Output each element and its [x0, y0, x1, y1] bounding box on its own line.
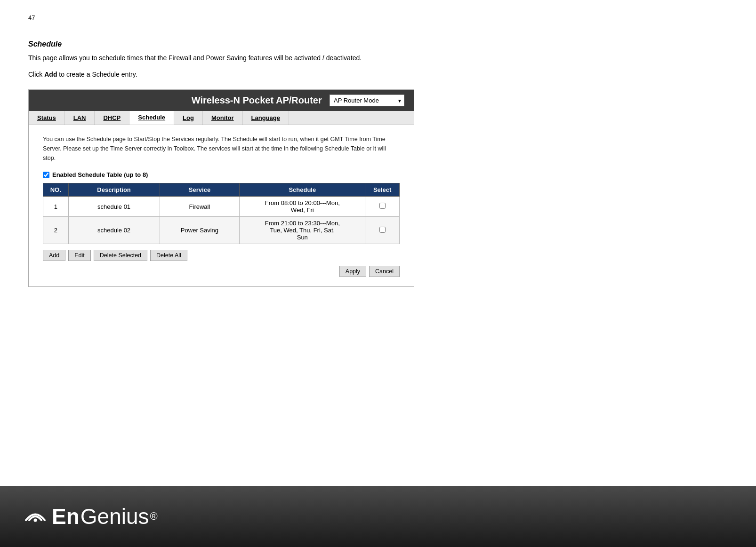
row2-no: 2 — [43, 217, 69, 244]
enable-schedule-label: Enabled Schedule Table (up to 8) — [52, 171, 148, 178]
device-header: Wireless-N Pocket AP/Router AP Router Mo… — [29, 90, 414, 111]
row2-service: Power Saving — [160, 217, 240, 244]
click-instruction-bold: Add — [44, 71, 57, 78]
nav-item-lan[interactable]: LAN — [65, 111, 95, 125]
edit-button[interactable]: Edit — [68, 250, 91, 261]
row2-checkbox[interactable] — [379, 227, 386, 233]
delete-selected-button[interactable]: Delete Selected — [94, 250, 147, 261]
row1-service: Firewall — [160, 197, 240, 217]
click-instruction-suffix: to create a Schedule entry. — [59, 71, 137, 78]
col-header-service: Service — [160, 183, 240, 197]
row1-no: 1 — [43, 197, 69, 217]
row1-schedule: From 08:00 to 20:00---Mon,Wed, Fri — [240, 197, 365, 217]
device-body: You can use the Schedule page to Start/S… — [29, 125, 414, 286]
nav-item-log[interactable]: Log — [174, 111, 203, 125]
mode-select-wrapper: AP Router Mode Wireless Router Mode AP M… — [330, 95, 404, 106]
enable-schedule-checkbox[interactable] — [43, 172, 49, 178]
row1-description: schedule 01 — [68, 197, 160, 217]
nav-item-language[interactable]: Language — [243, 111, 289, 125]
logo-genius-part: Genius — [80, 504, 149, 529]
wifi-icon — [24, 506, 47, 524]
col-header-schedule: Schedule — [240, 183, 365, 197]
mode-select-container[interactable]: AP Router Mode Wireless Router Mode AP M… — [330, 95, 404, 106]
col-header-description: Description — [68, 183, 160, 197]
cancel-button[interactable]: Cancel — [369, 266, 400, 277]
table-row: 1 schedule 01 Firewall From 08:00 to 20:… — [43, 197, 400, 217]
footer: EnGenius® — [0, 486, 756, 547]
table-row: 2 schedule 02 Power Saving From 21:00 to… — [43, 217, 400, 244]
section-title: Schedule — [28, 40, 728, 48]
page-number: 47 — [28, 14, 728, 21]
enable-row: Enabled Schedule Table (up to 8) — [43, 171, 400, 178]
nav-item-status[interactable]: Status — [29, 111, 65, 125]
row2-schedule: From 21:00 to 23:30---Mon,Tue, Wed, Thu,… — [240, 217, 365, 244]
engenius-logo: EnGenius® — [24, 504, 158, 529]
nav-item-schedule[interactable]: Schedule — [129, 111, 174, 125]
info-text: You can use the Schedule page to Start/S… — [43, 135, 400, 163]
add-button[interactable]: Add — [43, 250, 65, 261]
button-row: Add Edit Delete Selected Delete All — [43, 250, 400, 261]
row1-checkbox[interactable] — [379, 203, 386, 209]
mode-select[interactable]: AP Router Mode Wireless Router Mode AP M… — [330, 95, 404, 106]
svg-point-0 — [34, 519, 37, 522]
logo-registered: ® — [150, 510, 158, 523]
col-header-select: Select — [365, 183, 400, 197]
row2-select[interactable] — [365, 217, 400, 244]
device-title: Wireless-N Pocket AP/Router — [184, 95, 330, 106]
nav-item-monitor[interactable]: Monitor — [203, 111, 243, 125]
col-header-no: NO. — [43, 183, 69, 197]
logo-text: EnGenius® — [52, 504, 158, 529]
nav-item-dhcp[interactable]: DHCP — [95, 111, 129, 125]
schedule-table: NO. Description Service Schedule Select … — [43, 183, 400, 244]
apply-row: Apply Cancel — [43, 266, 400, 277]
click-instruction: Click Add to create a Schedule entry. — [28, 71, 728, 78]
row1-select[interactable] — [365, 197, 400, 217]
row2-description: schedule 02 — [68, 217, 160, 244]
logo-en-part: En — [52, 504, 80, 529]
nav-bar: Status LAN DHCP Schedule Log Monitor Lan… — [29, 111, 414, 125]
apply-button[interactable]: Apply — [339, 266, 366, 277]
section-description: This page allows you to schedule times t… — [28, 53, 728, 63]
delete-all-button[interactable]: Delete All — [150, 250, 187, 261]
device-ui: Wireless-N Pocket AP/Router AP Router Mo… — [28, 89, 414, 287]
